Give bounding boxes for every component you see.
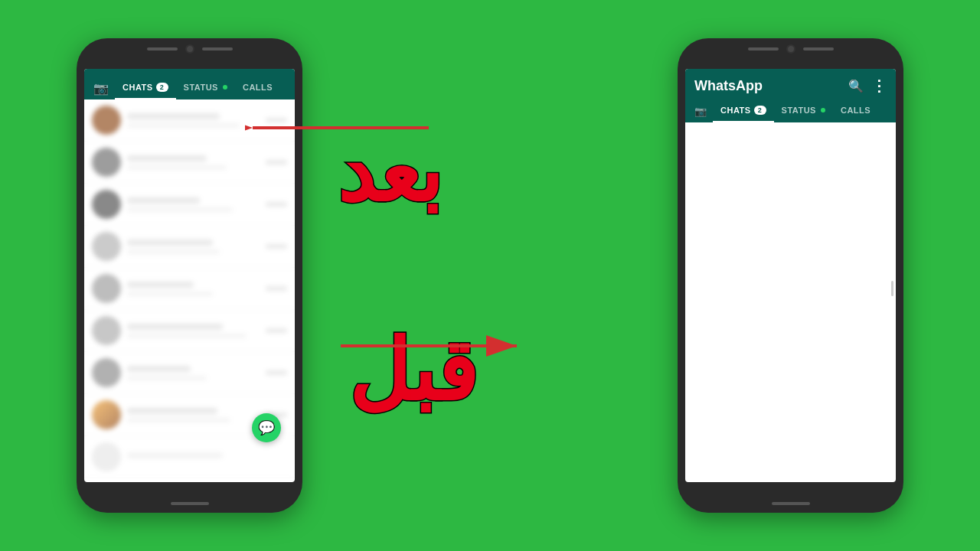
tab-chats-right[interactable]: CHATS 2 [713,99,774,122]
left-wa-header: 📷 CHATS 2 STATUS CALLS [84,69,295,99]
arrow-left-container [245,116,429,142]
chats-badge-right: 2 [754,106,766,115]
arabic-baad-text: بعد [337,130,441,214]
status-dot-left [223,85,227,90]
camera-tab-left[interactable]: 📷 [93,78,115,99]
camera-tab-right[interactable]: 📷 [694,103,713,120]
left-tabs: 📷 CHATS 2 STATUS CALLS [93,77,286,99]
empty-content [685,122,896,474]
header-icons: 🔍 ⋮ [848,77,887,95]
right-arrow [341,334,524,357]
status-dot-right [821,108,825,112]
tab-calls-left[interactable]: CALLS [235,77,280,99]
right-phone-screen: WhatsApp 🔍 ⋮ 📷 CHATS 2 STATUS CALLS [685,69,896,482]
left-arrow [245,116,429,139]
more-icon[interactable]: ⋮ [871,77,887,95]
app-title: WhatsApp [694,78,763,94]
tab-status-left[interactable]: STATUS [176,77,235,99]
chat-icon: 💬 [258,419,275,436]
wa-title-row: WhatsApp 🔍 ⋮ [694,77,887,99]
arrow-right-container [341,334,524,360]
tab-status-right[interactable]: STATUS [774,99,833,122]
phone-left: 📷 CHATS 2 STATUS CALLS [77,38,302,513]
fab-button[interactable]: 💬 [252,413,281,442]
right-wa-header: WhatsApp 🔍 ⋮ 📷 CHATS 2 STATUS CALLS [685,69,896,122]
phone-right: WhatsApp 🔍 ⋮ 📷 CHATS 2 STATUS CALLS [678,38,903,513]
tab-chats-left[interactable]: CHATS 2 [115,77,176,99]
scroll-indicator [891,281,893,296]
right-tabs: 📷 CHATS 2 STATUS CALLS [694,99,887,122]
search-icon[interactable]: 🔍 [848,79,864,93]
chats-badge-left: 2 [156,83,168,92]
tab-calls-right[interactable]: CALLS [833,99,878,122]
